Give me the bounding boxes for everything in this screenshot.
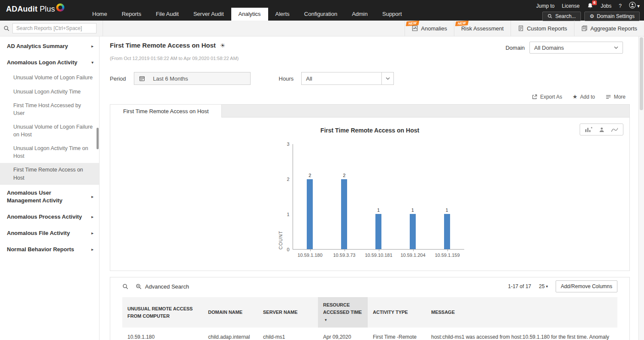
nav-admin[interactable]: Admin bbox=[345, 8, 375, 21]
sidebar-item-anomalous-process-activity[interactable]: Anomalous Process Activity ▸ bbox=[0, 209, 99, 225]
advanced-search-button[interactable]: Advanced Search bbox=[136, 283, 189, 290]
report-tabstrip: First Time Remote Access on Host bbox=[110, 105, 629, 117]
x-tick-label: 10.59.1.204 bbox=[396, 250, 430, 258]
sidebar-section-label: Anomalous Logon Activity bbox=[7, 59, 77, 66]
bar[interactable] bbox=[444, 214, 450, 249]
more-button[interactable]: More bbox=[605, 94, 626, 100]
column-header-domain-name[interactable]: DOMAIN NAME bbox=[203, 297, 258, 328]
sidebar-item-anomalous-user-management[interactable]: Anomalous User Management Activity ▸ bbox=[0, 185, 99, 209]
sidebar-item-normal-behavior-reports[interactable]: Normal Behavior Reports ▸ bbox=[0, 241, 99, 258]
bar[interactable] bbox=[307, 179, 313, 249]
user-menu[interactable]: ▾ bbox=[629, 2, 640, 10]
x-tick-label: 10.59.10.181 bbox=[362, 250, 396, 258]
y-tick: 2 bbox=[287, 177, 289, 182]
bar[interactable] bbox=[410, 214, 416, 249]
page-scrollbar-thumb[interactable] bbox=[640, 37, 643, 110]
tab-first-time-remote-access[interactable]: First Time Remote Access on Host bbox=[110, 105, 222, 117]
column-header-unusual-remote-access[interactable]: UNUSUAL REMOTE ACCESS FROM COMPUTER bbox=[122, 297, 203, 328]
nav-analytics[interactable]: Analytics bbox=[231, 8, 268, 21]
column-header-server-name[interactable]: SERVER NAME bbox=[258, 297, 318, 328]
nav-alerts[interactable]: Alerts bbox=[268, 8, 297, 21]
report-search-icon[interactable] bbox=[3, 25, 10, 32]
reports-toolbar-links: NEW Anomalies NEW Risk Assessment Custom… bbox=[405, 21, 644, 36]
y-tick: 3 bbox=[287, 141, 289, 147]
column-header-message[interactable]: MESSAGE bbox=[426, 297, 617, 328]
column-header-resource-accessed-time[interactable]: RESOURCE ACCESSED TIME ▾ bbox=[318, 297, 368, 328]
custom-reports-link[interactable]: Custom Reports bbox=[511, 21, 574, 36]
sidebar: AD Analytics Summary ▸ Anomalous Logon A… bbox=[0, 36, 100, 340]
hours-select[interactable]: All bbox=[301, 72, 394, 85]
sidebar-item-anomalous-logon-activity[interactable]: Anomalous Logon Activity ▾ bbox=[0, 54, 99, 71]
bar-group: 2 bbox=[327, 144, 361, 249]
topbar-utility-row: Jump to License 6 Jobs ? ▾ bbox=[536, 2, 640, 10]
table-search-icon[interactable] bbox=[122, 283, 129, 290]
bar[interactable] bbox=[341, 179, 347, 249]
period-picker[interactable]: Last 6 Months bbox=[134, 72, 251, 85]
sidebar-item-unusual-logon-activity-time-host[interactable]: Unusual Logon Activity Time on Host bbox=[0, 141, 99, 163]
report-date-range: (From Oct 12,2019 01:58:22 AM to Apr 09,… bbox=[110, 56, 630, 61]
sidebar-item-anomalous-file-activity[interactable]: Anomalous File Activity ▸ bbox=[0, 225, 99, 241]
nav-home[interactable]: Home bbox=[85, 8, 115, 21]
help-button[interactable]: ? bbox=[619, 3, 622, 9]
add-to-button[interactable]: ★ Add to bbox=[572, 93, 595, 100]
jobs-link[interactable]: Jobs bbox=[601, 3, 611, 9]
domain-settings-button[interactable]: ⚙ Domain Settings bbox=[584, 12, 640, 21]
schedule-report-icon[interactable]: ☀ bbox=[220, 42, 226, 49]
bar-group: 1 bbox=[430, 144, 464, 249]
report-search-input[interactable] bbox=[12, 23, 97, 33]
sidebar-item-unusual-volume-logon-failure-host[interactable]: Unusual Volume of Logon Failure on Host bbox=[0, 120, 99, 141]
notifications-button[interactable]: 6 bbox=[587, 3, 593, 9]
aggregate-reports-link[interactable]: Aggregate Reports bbox=[574, 21, 644, 36]
table-toolbar: Advanced Search 1-17 of 17 25 ▾ Add/Remo… bbox=[122, 277, 617, 295]
chevron-down-icon: ▾ bbox=[91, 60, 94, 66]
table-row[interactable]: 10.59.1.180 child.adap.internal child-ms… bbox=[122, 328, 617, 340]
sidebar-item-unusual-volume-logon-failure[interactable]: Unusual Volume of Logon Failure bbox=[0, 71, 99, 84]
add-remove-columns-button[interactable]: Add/Remove Columns bbox=[556, 280, 617, 292]
nav-support[interactable]: Support bbox=[375, 8, 409, 21]
bar[interactable] bbox=[375, 214, 381, 249]
domain-select[interactable]: All Domains bbox=[529, 42, 623, 54]
bar-value-label: 1 bbox=[411, 208, 414, 213]
nav-file-audit[interactable]: File Audit bbox=[148, 8, 186, 21]
domain-settings-label: Domain Settings bbox=[597, 13, 635, 19]
sidebar-section-label: Anomalous File Activity bbox=[7, 229, 70, 237]
sidebar-item-ad-analytics-summary[interactable]: AD Analytics Summary ▸ bbox=[0, 38, 99, 54]
sidebar-item-first-time-remote-access[interactable]: First Time Remote Access on Host bbox=[0, 163, 99, 184]
cell-domain-name: child.adap.internal bbox=[203, 328, 258, 340]
sidebar-item-first-time-host-accessed[interactable]: First Time Host Accessed by User bbox=[0, 99, 99, 120]
sidebar-section-label: Normal Behavior Reports bbox=[7, 246, 74, 253]
report-table: UNUSUAL REMOTE ACCESS FROM COMPUTER DOMA… bbox=[122, 297, 617, 340]
user-menu-caret-icon: ▾ bbox=[637, 3, 640, 9]
nav-reports[interactable]: Reports bbox=[115, 8, 149, 21]
domain-label: Domain bbox=[505, 45, 525, 51]
page-scrollbar[interactable] bbox=[638, 36, 644, 340]
chart-type-icon[interactable] bbox=[585, 126, 593, 132]
sidebar-section-label: AD Analytics Summary bbox=[7, 42, 68, 50]
user-attribution-icon[interactable] bbox=[599, 127, 605, 132]
nav-configuration[interactable]: Configuration bbox=[297, 8, 345, 21]
domain-filter: Domain All Domains bbox=[505, 42, 623, 54]
chevron-right-icon: ▸ bbox=[91, 247, 94, 253]
report-search-area bbox=[0, 21, 103, 36]
anomalies-label: Anomalies bbox=[421, 25, 447, 32]
license-link[interactable]: License bbox=[562, 3, 580, 9]
sidebar-scrollbar[interactable] bbox=[97, 128, 99, 149]
nav-server-audit[interactable]: Server Audit bbox=[186, 8, 231, 21]
app-logo[interactable]: ADAudit Plus bbox=[6, 5, 64, 14]
chevron-right-icon: ▸ bbox=[91, 43, 94, 49]
page-size-select[interactable]: 25 ▾ bbox=[539, 283, 548, 289]
sidebar-item-unusual-logon-activity-time[interactable]: Unusual Logon Activity Time bbox=[0, 85, 99, 99]
bar-group: 1 bbox=[396, 144, 430, 249]
line-chart-icon[interactable] bbox=[611, 127, 618, 132]
chevron-down-icon bbox=[382, 72, 394, 85]
global-search-button[interactable]: Search... bbox=[542, 12, 581, 21]
page-title: First Time Remote Access on Host bbox=[110, 42, 216, 49]
search-icon bbox=[547, 14, 553, 19]
risk-assessment-link[interactable]: NEW Risk Assessment bbox=[454, 21, 511, 36]
jump-to-link[interactable]: Jump to bbox=[536, 3, 555, 9]
column-header-activity-type[interactable]: ACTIVITY TYPE bbox=[368, 297, 426, 328]
export-as-button[interactable]: Export As bbox=[532, 94, 562, 100]
main-nav: Home Reports File Audit Server Audit Ana… bbox=[85, 8, 409, 21]
y-axis-label: COUNT bbox=[278, 144, 283, 250]
anomalies-link[interactable]: NEW Anomalies bbox=[405, 21, 454, 36]
